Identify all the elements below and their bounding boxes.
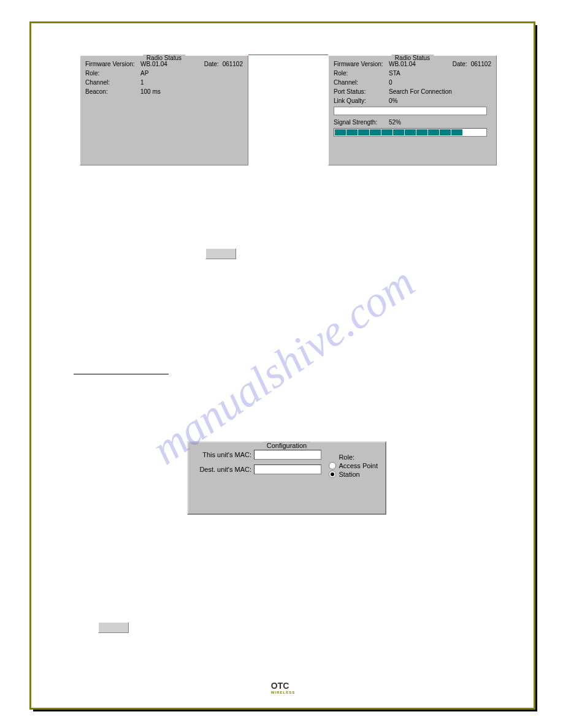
channel-value: 1 xyxy=(140,79,243,86)
role-title: Role: xyxy=(339,453,378,461)
this-mac-input[interactable] xyxy=(254,450,321,460)
brand-text: OTC xyxy=(271,681,289,691)
footer-logo: OTC WIRELESS xyxy=(271,681,295,694)
panel-title: Radio Status xyxy=(391,55,434,61)
date-value: 061102 xyxy=(471,61,491,67)
link-quality-value: 0% xyxy=(389,97,491,104)
radio-status-panel-ap: Radio Status Firmware Version: WB.01.04 … xyxy=(80,55,248,165)
beacon-value: 100 ms xyxy=(140,88,243,95)
configuration-panel: Configuration This unit's MAC: Dest. uni… xyxy=(187,441,386,515)
channel-label: Channel: xyxy=(85,79,140,86)
role-label: Role: xyxy=(334,70,389,77)
link-quality-label: Link Qualty: xyxy=(334,97,389,104)
signal-strength-bar xyxy=(334,128,487,137)
this-mac-label: This unit's MAC: xyxy=(196,451,254,458)
firmware-label: Firmware Version: xyxy=(334,61,389,67)
signal-strength-value: 52% xyxy=(389,119,491,126)
section-underline xyxy=(74,374,169,374)
config-title: Configuration xyxy=(263,442,310,449)
channel-value: 0 xyxy=(389,79,491,86)
radio-station[interactable] xyxy=(329,471,336,478)
radio-status-panel-sta: Radio Status Firmware Version: WB.01.04 … xyxy=(328,55,497,165)
role-ap-label: Access Point xyxy=(339,462,378,469)
port-status-value: Search For Connection xyxy=(389,88,491,95)
date-label: Date: xyxy=(453,61,467,67)
date-label: Date: xyxy=(204,61,219,67)
dest-mac-input[interactable] xyxy=(254,464,321,474)
signal-strength-label: Signal Strength: xyxy=(334,119,389,126)
role-label: Role: xyxy=(85,70,140,77)
role-group: Role: Access Point Station xyxy=(329,453,378,479)
role-sta-label: Station xyxy=(339,471,359,478)
dest-mac-label: Dest. unit's MAC: xyxy=(196,466,254,473)
firmware-label: Firmware Version: xyxy=(85,61,140,67)
firmware-value: WB.01.04 xyxy=(140,61,199,67)
role-value: AP xyxy=(140,70,243,77)
page-content: Radio Status Firmware Version: WB.01.04 … xyxy=(37,28,529,703)
radio-access-point[interactable] xyxy=(329,462,336,469)
panel-title: Radio Status xyxy=(143,55,185,61)
firmware-value: WB.01.04 xyxy=(389,61,448,67)
button-placeholder-1[interactable] xyxy=(205,248,236,259)
divider-line xyxy=(248,55,328,55)
channel-label: Channel: xyxy=(334,79,389,86)
beacon-label: Beacon: xyxy=(85,88,140,95)
link-quality-bar xyxy=(334,107,487,115)
date-value: 061102 xyxy=(223,61,243,67)
brand-subtext: WIRELESS xyxy=(271,691,295,694)
button-placeholder-2[interactable] xyxy=(98,622,129,633)
port-status-label: Port Status: xyxy=(334,88,389,95)
role-value: STA xyxy=(389,70,491,77)
